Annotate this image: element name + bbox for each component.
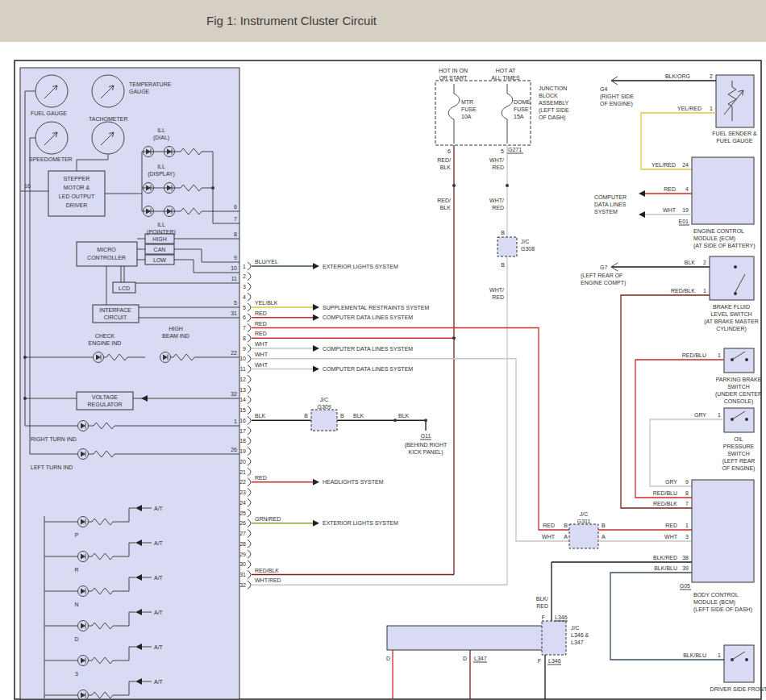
interface-label: INTERFACE — [99, 307, 131, 313]
diagram-line — [452, 184, 456, 187]
component-label: (LEFT REAR — [722, 458, 756, 465]
pin-number: 3 — [685, 534, 689, 540]
ill-label: ILL — [157, 164, 165, 169]
wire-color-label: BLK/ — [536, 596, 548, 602]
wire-color-label: RED — [255, 321, 267, 327]
wire-color-label: BLK/RED — [653, 555, 677, 560]
diagram-line — [452, 336, 456, 340]
cluster-pin-number: 6 — [234, 204, 237, 210]
junction-ref: L346 — [555, 615, 568, 620]
wire-color-label: RED — [492, 205, 504, 210]
connector-pin-bracket — [248, 468, 251, 476]
at-label: A/T — [154, 679, 164, 685]
right-arrow-icon — [313, 345, 319, 352]
connector-pin-bracket — [248, 406, 251, 415]
junction-connector-g311 — [569, 524, 598, 548]
pin-number: 7 — [685, 501, 689, 506]
connector-pin-number: 31 — [239, 572, 246, 577]
connector-pin-bracket — [248, 303, 251, 311]
location-label: (RIGHT SIDE — [600, 94, 635, 100]
wire-color-label: RED/ — [437, 198, 451, 203]
junction-label: J/C — [571, 625, 580, 631]
left-arrow-icon — [639, 211, 645, 218]
connector-pin-number: 24 — [239, 500, 246, 506]
junction-block-label: JUNCTION — [539, 85, 567, 91]
component-label: PARKING BRAKE — [716, 377, 762, 382]
wire-color-label: RED — [543, 523, 555, 528]
right-arrow-icon — [313, 263, 319, 269]
stepper-label: LED OUTPUT — [59, 194, 95, 199]
micro-controller-label: CONTROLLER — [87, 255, 126, 260]
diagram-line — [621, 295, 710, 508]
pin-number: 2 — [703, 260, 706, 265]
wire-color-label: RED/BLU — [682, 352, 706, 358]
cluster-pin-number: 22 — [231, 350, 237, 356]
junction-block-label: BLOCK — [539, 93, 558, 98]
component-label: OF ENGINE) — [722, 465, 756, 472]
parking-brake-switch-box — [724, 348, 754, 373]
connector-pin-bracket — [248, 344, 251, 352]
fuse-label: FUSE — [461, 106, 477, 112]
connector-pin-number: 7 — [243, 325, 246, 331]
connector-pin-number: 1 — [243, 264, 246, 269]
terminal-label: B — [564, 523, 568, 528]
wire-color-label: WHT — [255, 362, 269, 368]
pin-number: 1 — [710, 106, 713, 111]
connector-pin-number: 20 — [239, 459, 246, 465]
ground-ref: G11 — [421, 433, 431, 439]
connector-pin-bracket — [248, 560, 251, 569]
wire-color-label: RED/BLK — [671, 288, 695, 294]
terminal-label: B — [304, 413, 308, 419]
pin-number: 1 — [703, 288, 706, 294]
connector-pin-bracket — [248, 283, 251, 291]
temperature-gauge-label: TEMPERATURE — [129, 81, 172, 87]
diagram-line — [610, 573, 724, 660]
cluster-pin-number: 8 — [234, 231, 237, 237]
wire-color-label: RED/BLU — [653, 490, 677, 496]
wire-color-label: RED — [536, 603, 548, 609]
pin-number: 5 — [501, 148, 504, 154]
wire-color-label: YEL/RED — [652, 162, 676, 168]
diagram-line — [745, 658, 748, 661]
temperature-gauge-label: GAUGE — [129, 89, 150, 94]
connector-pin-bracket — [248, 293, 251, 301]
wire-color-label: BLU/YEL — [255, 259, 278, 265]
pin-number: 4 — [685, 186, 689, 192]
junction-label: J/C — [320, 397, 329, 402]
junction-connector-l346 — [542, 621, 566, 655]
terminal-label: F — [538, 658, 541, 664]
component-label: BODY CONTROL — [693, 592, 739, 598]
wire-color-label: BLK — [255, 413, 266, 419]
voltage-regulator-label: REGULATOR — [88, 402, 123, 407]
connector-pin-number: 15 — [239, 407, 246, 413]
cluster-pin-number: 1 — [234, 419, 237, 424]
location-label: OF ENGINE) — [600, 101, 633, 107]
tachometer-label: TACHOMETER — [89, 116, 127, 122]
junction-block-label: ASSEMBLY — [539, 100, 569, 106]
connector-pin-bracket — [248, 509, 251, 517]
fuse-label: DOME — [514, 99, 531, 105]
connector-pin-bracket — [248, 355, 251, 363]
wire-color-label: RED — [492, 165, 504, 170]
terminal-label: A — [602, 534, 606, 540]
connector-pin-number: 29 — [239, 552, 246, 557]
connector-pin-bracket — [248, 273, 251, 281]
diagram-line — [424, 419, 427, 422]
wire-color-label: WHT/RED — [255, 577, 281, 583]
terminal-label: A — [564, 534, 568, 540]
wire-color-label: WHT — [255, 352, 269, 357]
junction-ref: L347 — [474, 656, 487, 661]
component-label: CYLINDER) — [716, 326, 747, 332]
component-label: BRAKE FLUID — [713, 304, 750, 310]
at-label: A/T — [154, 610, 164, 615]
fuse-label: MTR — [461, 99, 473, 105]
connector-pin-number: 13 — [239, 387, 246, 393]
wire-color-label: RED/ — [437, 157, 451, 163]
gear-letter: N — [74, 602, 78, 607]
component-label: PRESSURE — [723, 444, 755, 449]
cluster-pin-number: 26 — [231, 447, 237, 452]
cluster-pin-number: 32 — [231, 391, 237, 397]
location-label: (BEHIND RIGHT — [405, 442, 448, 448]
pin-number: 24 — [682, 162, 689, 168]
at-label: A/T — [154, 540, 164, 546]
